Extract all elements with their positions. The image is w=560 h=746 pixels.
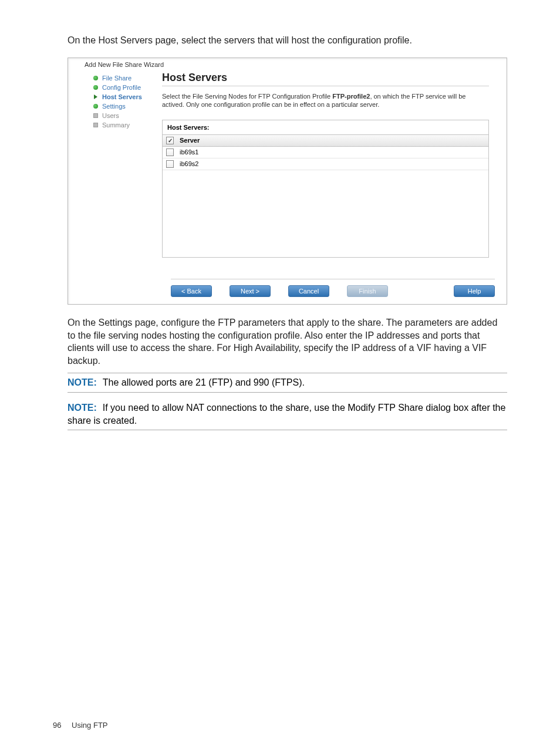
host-servers-panel: Host Servers: ✓ Server ib69s1 ib69s2	[162, 120, 489, 258]
sidebar-item-label: Settings	[102, 103, 126, 110]
back-button[interactable]: < Back	[171, 285, 212, 297]
header-label: Server	[180, 137, 200, 144]
page-footer: 96 Using FTP	[53, 721, 108, 730]
wizard-desc-prefix: Select the File Serving Nodes for FTP Co…	[162, 93, 332, 100]
note-label: NOTE:	[68, 403, 97, 413]
square-pending-icon	[93, 122, 99, 128]
sidebar-item-label: Summary	[102, 121, 130, 129]
intro-text: On the Host Servers page, select the ser…	[68, 35, 507, 46]
sidebar-item-label: Host Servers	[102, 93, 142, 100]
sidebar-item-label: Config Profile	[102, 84, 141, 91]
check-dot-icon	[93, 75, 99, 81]
note-text: The allowed ports are 21 (FTP) and 990 (…	[103, 377, 305, 387]
note-nat: NOTE:If you need to allow NAT connection…	[68, 399, 507, 430]
table-row[interactable]: ib69s1	[163, 147, 488, 158]
wizard-title: Add New File Share Wizard	[85, 61, 164, 68]
table-row[interactable]: ib69s2	[163, 158, 488, 170]
check-dot-icon	[93, 85, 99, 90]
header-checkbox[interactable]: ✓	[166, 137, 174, 144]
check-dot-icon	[93, 103, 99, 109]
button-bar: < Back Next > Cancel Finish Help	[171, 279, 495, 297]
wizard-main: Host Servers Select the File Serving Nod…	[156, 69, 501, 267]
server-name: ib69s1	[180, 148, 198, 156]
section-title: Using FTP	[72, 721, 107, 730]
sidebar-item-file-share[interactable]: File Share	[93, 75, 156, 82]
checkbox[interactable]	[166, 148, 174, 156]
note-ports: NOTE:The allowed ports are 21 (FTP) and …	[68, 373, 507, 393]
sidebar-item-users[interactable]: Users	[93, 112, 156, 119]
finish-button: Finish	[347, 285, 388, 297]
cancel-button[interactable]: Cancel	[288, 285, 329, 297]
wizard-description: Select the File Serving Nodes for FTP Co…	[162, 92, 489, 109]
host-servers-label: Host Servers:	[163, 120, 488, 134]
wizard-heading: Host Servers	[162, 72, 489, 86]
help-button[interactable]: Help	[454, 285, 495, 297]
square-pending-icon	[93, 113, 99, 119]
sidebar-item-label: File Share	[102, 75, 131, 82]
arrow-right-icon	[93, 94, 99, 100]
wizard-body: File Share Config Profile Host Servers S…	[74, 69, 501, 267]
sidebar-item-summary[interactable]: Summary	[93, 121, 156, 129]
wizard-sidebar: File Share Config Profile Host Servers S…	[74, 69, 156, 267]
note-text: If you need to allow NAT connections to …	[68, 403, 505, 426]
wizard-desc-bold: FTP-profile2	[332, 93, 370, 100]
note-label: NOTE:	[68, 377, 97, 387]
checkbox[interactable]	[166, 160, 174, 168]
page-number: 96	[53, 721, 61, 730]
sidebar-item-config-profile[interactable]: Config Profile	[93, 84, 156, 91]
host-table-body: ib69s1 ib69s2	[163, 147, 488, 257]
host-table-header: ✓ Server	[163, 134, 488, 147]
sidebar-item-label: Users	[102, 112, 119, 119]
settings-paragraph: On the Settings page, configure the FTP …	[68, 316, 507, 367]
server-name: ib69s2	[180, 160, 198, 167]
sidebar-item-settings[interactable]: Settings	[93, 103, 156, 110]
sidebar-item-host-servers[interactable]: Host Servers	[93, 93, 156, 100]
wizard-container: Add New File Share Wizard File Share Con…	[68, 58, 507, 305]
next-button[interactable]: Next >	[230, 285, 271, 297]
